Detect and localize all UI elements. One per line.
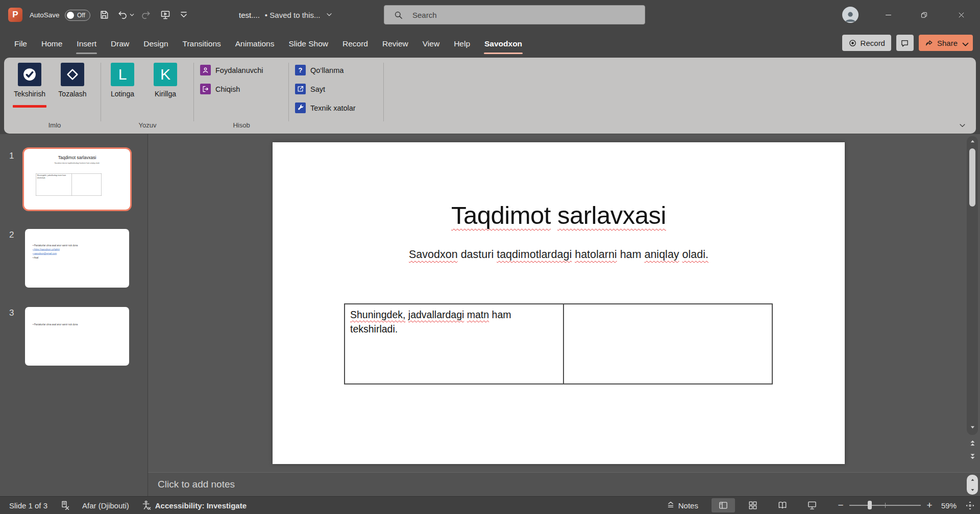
slide-thumbnail-3[interactable]: • Paxtakorlar olma asal anor samir nok d… [25,307,129,366]
ribbon-button-sayt[interactable]: Sayt [289,80,384,98]
notes-scrollbar[interactable] [967,475,978,495]
table-cell-empty[interactable] [564,304,772,383]
vertical-scrollbar[interactable] [967,136,978,435]
zoom-in-button[interactable]: + [924,500,935,511]
ribbon-group-label: Imlo [8,121,101,134]
fit-slide-to-window-button[interactable] [964,499,976,511]
autosave-toggle[interactable]: Off [65,10,90,21]
status-bar: Slide 1 of 3 Afar (Djibouti) Accessibili… [0,496,980,514]
save-status[interactable]: • Saved to this... [265,11,321,19]
exit-icon [200,84,211,94]
notes-toggle-button[interactable]: Notes [666,501,698,510]
save-button[interactable] [96,7,112,23]
ribbon-button-tekshirish[interactable]: Tekshirish [8,62,51,121]
restore-icon [920,11,928,19]
ribbon-button-lotinga[interactable]: LLotinga [101,62,144,121]
slide-sorter-view-button[interactable] [741,498,765,512]
redo-button[interactable] [138,7,154,23]
tab-label: Savodxon [484,39,522,48]
previous-slide-button[interactable] [967,438,978,449]
accessibility-checker[interactable]: Accessibility: Investigate [141,500,247,510]
ribbon-button-foydalanuvchi[interactable]: Foydalanuvchi [194,61,289,80]
misspelled-word: Shuningdek, [350,309,405,320]
tab-label: Review [382,39,408,48]
thumbnail-link: • savodxon@email.com [33,251,78,255]
tab-design[interactable]: Design [136,30,175,58]
reading-view-button[interactable] [771,498,794,512]
ribbon-button-chiqish[interactable]: Chiqish [194,80,289,98]
notes-placeholder[interactable]: Click to add notes [158,479,235,490]
autosave-state: Off [77,12,85,19]
ribbon-button-qo-llanma[interactable]: ?Qo‘llanma [289,61,384,80]
close-button[interactable] [949,0,973,30]
language-indicator[interactable]: Afar (Djibouti) [82,501,129,510]
spellcheck-icon[interactable] [60,500,70,510]
zoom-slider[interactable] [849,505,921,506]
misspelled-word: taqdimotlardagi [497,248,572,261]
ribbon-button-tozalash[interactable]: Tozalash [51,62,94,121]
notes-scroll-down-button[interactable] [967,485,978,494]
zoom-out-button[interactable]: − [835,500,846,511]
customize-quick-access-button[interactable] [176,7,192,23]
thumbnail-preview: Taqdimot sarlavxasiSavodxon dasturi taqd… [25,150,129,209]
ribbon-group-label: Yozuv [101,121,194,134]
slide-indicator[interactable]: Slide 1 of 3 [9,501,47,510]
collapse-ribbon-button[interactable] [959,122,968,131]
next-slide-icon [969,453,976,459]
zoom-level[interactable]: 59% [941,501,957,510]
record-button[interactable]: Record [842,35,891,51]
tab-file[interactable]: File [7,30,34,58]
slide-thumbnail-2[interactable]: • Paxtakorlar olma asal anor samir nok d… [25,229,129,288]
slide-table[interactable]: Shuningdek, jadvallardagi matn ham teksh… [344,303,773,384]
search-input[interactable] [411,10,645,20]
slide-subtitle-text[interactable]: Savodxon dasturi taqdimotlardagi hatolar… [273,248,845,261]
tab-transitions[interactable]: Transitions [176,30,228,58]
slide-canvas[interactable]: Taqdimot sarlavxasi Savodxon dasturi taq… [273,142,845,464]
slide-title-text[interactable]: Taqdimot sarlavxasi [273,199,845,231]
start-slideshow-button[interactable] [157,7,174,23]
restore-button[interactable] [912,0,936,30]
tab-view[interactable]: View [415,30,447,58]
workspace: 1Taqdimot sarlavxasiSavodxon dasturi taq… [0,134,980,497]
account-avatar[interactable] [842,7,859,23]
tab-underline [453,53,471,55]
ribbon-button-texnik-xatolar[interactable]: Texnik xatolar [289,98,384,117]
status-right: Notes − + 59% [666,498,980,512]
slideshow-view-button[interactable] [800,498,824,512]
tab-help[interactable]: Help [447,30,477,58]
tab-insert[interactable]: Insert [69,30,104,58]
tab-home[interactable]: Home [34,30,69,58]
scroll-down-button[interactable] [967,424,978,432]
misspelled-word: hatolarni [575,248,617,261]
tab-underline [342,53,369,55]
document-title[interactable]: test.... [239,11,260,19]
thumbnail-bullet: • Paxtakorlar olma asal anor samir nok d… [33,243,78,247]
ribbon-button-kirillga[interactable]: KKirillga [144,62,187,121]
undo-dropdown-button[interactable] [128,7,136,23]
tab-underline [484,53,523,55]
slide-thumbnail-1[interactable]: Taqdimot sarlavxasiSavodxon dasturi taqd… [25,150,129,209]
slide-editor: Taqdimot sarlavxasi Savodxon dasturi taq… [148,134,980,473]
share-button[interactable]: Share [919,35,973,51]
tab-savodxon[interactable]: Savodxon [477,30,529,58]
tab-slide-show[interactable]: Slide Show [281,30,335,58]
zoom-slider-thumb[interactable] [868,501,872,509]
tab-underline [382,53,409,55]
comments-button[interactable] [896,35,914,51]
tab-animations[interactable]: Animations [228,30,282,58]
minimize-button[interactable] [876,0,900,30]
table-cell[interactable]: Shuningdek, jadvallardagi matn ham teksh… [345,304,564,383]
title-bar: P AutoSave Off test.... • Saved to this.… [0,0,980,30]
notes-scroll-up-button[interactable] [967,475,978,484]
tab-record[interactable]: Record [335,30,375,58]
normal-view-button[interactable] [712,498,735,512]
chevron-down-icon[interactable] [326,11,333,18]
scroll-up-button[interactable] [967,139,978,147]
qat-chevron-icon [179,10,189,20]
next-slide-button[interactable] [967,450,978,462]
tab-review[interactable]: Review [375,30,415,58]
tab-draw[interactable]: Draw [104,30,136,58]
notes-pane[interactable]: Click to add notes [148,472,980,497]
search-box[interactable] [384,5,645,24]
scrollbar-thumb[interactable] [969,148,975,207]
